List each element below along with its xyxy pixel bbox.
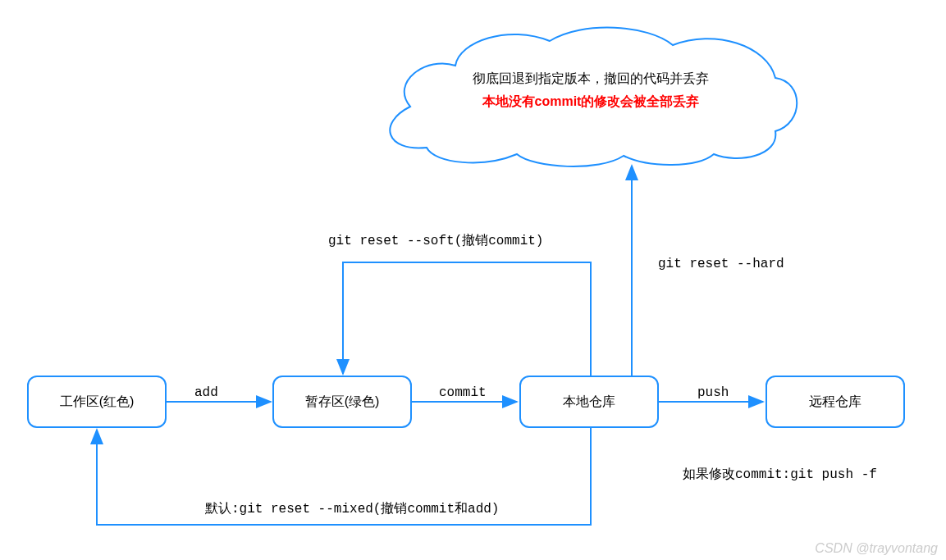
box-remote-repo: 远程仓库: [765, 376, 905, 428]
cloud-line1: 彻底回退到指定版本，撤回的代码并丢弃: [473, 71, 709, 85]
box-work-area: 工作区(红色): [27, 376, 167, 428]
work-area-label: 工作区(红色): [60, 394, 135, 411]
remote-repo-label: 远程仓库: [809, 394, 861, 411]
cloud-text: 彻底回退到指定版本，撤回的代码并丢弃 本地没有commit的修改会被全部丢弃: [439, 67, 743, 113]
label-push-force: 如果修改commit:git push -f: [683, 466, 877, 483]
watermark: CSDN @trayvontang: [815, 541, 938, 556]
label-push: push: [697, 385, 729, 400]
label-reset-mixed: 默认:git reset --mixed(撤销commit和add): [205, 500, 499, 517]
label-reset-soft: git reset --soft(撤销commit): [328, 232, 543, 249]
local-repo-label: 本地仓库: [563, 394, 615, 411]
box-stage-area: 暂存区(绿色): [272, 376, 412, 428]
stage-area-label: 暂存区(绿色): [305, 394, 380, 411]
box-local-repo: 本地仓库: [519, 376, 659, 428]
label-reset-hard: git reset --hard: [658, 257, 784, 271]
label-add: add: [194, 385, 218, 400]
label-commit: commit: [439, 385, 487, 400]
cloud-line2: 本地没有commit的修改会被全部丢弃: [482, 94, 700, 108]
